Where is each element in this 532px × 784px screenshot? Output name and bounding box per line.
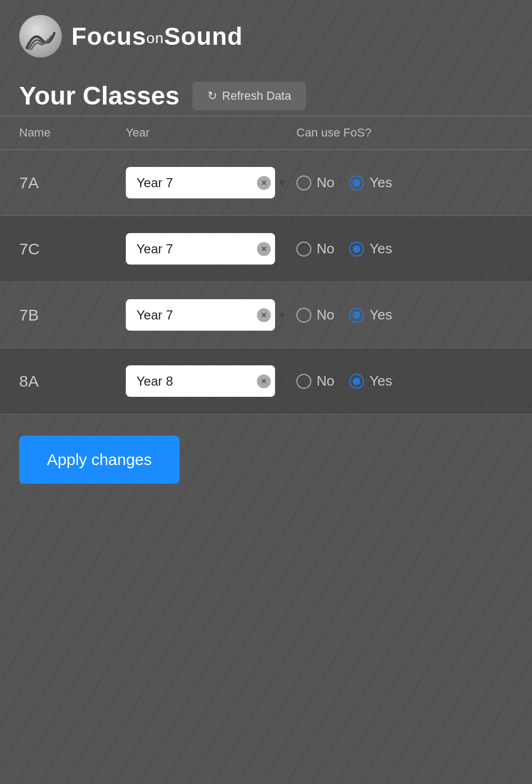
year-select[interactable]: Year 7Year 8Year 9Year 10Year 11	[126, 365, 275, 397]
radio-yes-button[interactable]	[349, 175, 364, 190]
table-row: 7AYear 7Year 8Year 9Year 10Year 11✕▼NoYe…	[0, 150, 532, 216]
radio-no-label: No	[317, 373, 334, 389]
refresh-data-button[interactable]: ↻ Refresh Data	[192, 82, 307, 110]
table-row: 7BYear 7Year 8Year 9Year 10Year 11✕▼NoYe…	[0, 282, 532, 348]
logo-icon	[25, 29, 55, 50]
select-clear-button[interactable]: ✕	[257, 374, 271, 388]
col-header-name: Name	[19, 126, 126, 140]
year-select[interactable]: Year 7Year 8Year 9Year 10Year 11	[126, 233, 275, 265]
brand-name: FocusonSound	[71, 22, 243, 51]
radio-yes-button[interactable]	[349, 374, 364, 389]
radio-no-option[interactable]: No	[296, 373, 334, 389]
fos-radio-group: NoYes	[296, 373, 513, 389]
radio-yes-button[interactable]	[349, 308, 364, 323]
radio-no-option[interactable]: No	[296, 307, 334, 323]
year-select-wrapper: Year 7Year 8Year 9Year 10Year 11✕▼	[126, 299, 296, 331]
select-arrow-icon: ▼	[277, 177, 287, 188]
column-headers: Name Year Can use FoS?	[0, 116, 532, 150]
radio-yes-label: Yes	[369, 174, 392, 191]
radio-no-button[interactable]	[296, 242, 311, 257]
refresh-icon: ↻	[207, 89, 217, 103]
col-header-year: Year	[126, 126, 296, 140]
radio-yes-option[interactable]: Yes	[349, 174, 392, 191]
radio-yes-button[interactable]	[349, 242, 364, 257]
radio-no-option[interactable]: No	[296, 174, 334, 191]
radio-yes-option[interactable]: Yes	[349, 241, 392, 257]
header: FocusonSound	[0, 0, 532, 70]
radio-yes-option[interactable]: Yes	[349, 307, 392, 323]
radio-no-label: No	[317, 307, 334, 323]
radio-yes-label: Yes	[369, 241, 392, 257]
radio-yes-label: Yes	[369, 307, 392, 323]
col-header-fos: Can use FoS?	[296, 126, 513, 140]
class-name: 7B	[19, 306, 126, 324]
radio-no-label: No	[317, 241, 334, 257]
year-select-wrapper: Year 7Year 8Year 9Year 10Year 11✕▼	[126, 167, 296, 198]
year-select-wrapper: Year 7Year 8Year 9Year 10Year 11✕▼	[126, 233, 296, 265]
select-arrow-icon: ▼	[277, 309, 287, 321]
page-title-row: Your Classes ↻ Refresh Data	[0, 70, 532, 116]
select-arrow-icon: ▼	[277, 243, 287, 254]
class-list: 7AYear 7Year 8Year 9Year 10Year 11✕▼NoYe…	[0, 150, 532, 414]
select-arrow-icon: ▼	[277, 375, 287, 387]
class-name: 7C	[19, 240, 126, 258]
select-clear-button[interactable]: ✕	[257, 242, 271, 256]
year-select[interactable]: Year 7Year 8Year 9Year 10Year 11	[126, 167, 275, 198]
table-row: 7CYear 7Year 8Year 9Year 10Year 11✕▼NoYe…	[0, 216, 532, 282]
logo-circle	[19, 15, 62, 58]
radio-yes-option[interactable]: Yes	[349, 373, 392, 389]
fos-radio-group: NoYes	[296, 174, 513, 191]
class-name: 8A	[19, 372, 126, 390]
radio-no-option[interactable]: No	[296, 241, 334, 257]
page-title: Your Classes	[19, 81, 180, 110]
apply-button-label: Apply changes	[47, 451, 152, 468]
table-row: 8AYear 7Year 8Year 9Year 10Year 11✕▼NoYe…	[0, 348, 532, 414]
radio-no-button[interactable]	[296, 308, 311, 323]
apply-changes-button[interactable]: Apply changes	[19, 436, 180, 484]
select-clear-button[interactable]: ✕	[257, 308, 271, 322]
fos-radio-group: NoYes	[296, 241, 513, 257]
radio-no-button[interactable]	[296, 374, 311, 389]
fos-radio-group: NoYes	[296, 307, 513, 323]
radio-yes-label: Yes	[369, 373, 392, 389]
select-clear-button[interactable]: ✕	[257, 176, 271, 190]
year-select-wrapper: Year 7Year 8Year 9Year 10Year 11✕▼	[126, 365, 296, 397]
apply-section: Apply changes	[0, 414, 532, 505]
refresh-label: Refresh Data	[222, 89, 292, 103]
radio-no-label: No	[317, 174, 334, 191]
class-name: 7A	[19, 174, 126, 192]
year-select[interactable]: Year 7Year 8Year 9Year 10Year 11	[126, 299, 275, 331]
radio-no-button[interactable]	[296, 175, 311, 190]
